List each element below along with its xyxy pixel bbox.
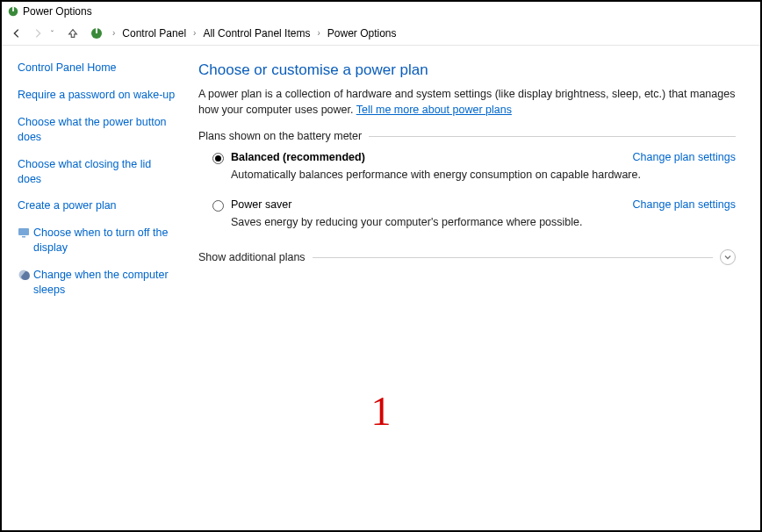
- sleep-icon: [18, 269, 30, 281]
- main-panel: Choose or customise a power plan A power…: [186, 46, 760, 530]
- back-button[interactable]: [9, 25, 25, 41]
- plan-desc-balanced: Automatically balances performance with …: [231, 168, 736, 183]
- display-off-icon: [18, 226, 30, 239]
- content: Control Panel Home Require a password on…: [2, 46, 760, 530]
- sidebar-link-turn-off-display[interactable]: Choose when to turn off the display: [33, 226, 177, 255]
- svg-rect-4: [18, 228, 29, 235]
- annotation-marker: 1: [371, 388, 392, 435]
- radio-power-saver[interactable]: [212, 200, 224, 212]
- svg-rect-1: [12, 7, 14, 11]
- plans-section-header: Plans shown on the battery meter: [198, 130, 736, 142]
- address-icon[interactable]: [90, 26, 104, 40]
- power-options-icon: [7, 5, 19, 18]
- divider: [313, 257, 713, 258]
- svg-rect-3: [96, 28, 97, 33]
- plans-section-label: Plans shown on the battery meter: [198, 130, 362, 142]
- intro-text: A power plan is a collection of hardware…: [198, 86, 736, 118]
- tell-me-more-link[interactable]: Tell me more about power plans: [356, 104, 512, 116]
- sidebar-link-power-button[interactable]: Choose what the power button does: [18, 115, 176, 145]
- sidebar: Control Panel Home Require a password on…: [2, 46, 186, 530]
- sidebar-link-require-password[interactable]: Require a password on wake-up: [18, 88, 176, 103]
- change-settings-power-saver[interactable]: Change plan settings: [633, 198, 736, 211]
- plan-name-power-saver[interactable]: Power saver: [231, 198, 291, 211]
- recent-dropdown[interactable]: ˇ: [51, 29, 60, 38]
- show-additional-plans[interactable]: Show additional plans: [198, 249, 736, 265]
- sidebar-link-create-plan[interactable]: Create a power plan: [18, 198, 176, 213]
- svg-rect-5: [22, 236, 25, 238]
- forward-button[interactable]: [30, 25, 46, 41]
- up-button[interactable]: [65, 25, 81, 41]
- plan-desc-power-saver: Saves energy by reducing your computer's…: [231, 215, 736, 230]
- page-title: Choose or customise a power plan: [198, 61, 736, 79]
- breadcrumb-power-options[interactable]: Power Options: [326, 25, 399, 41]
- plan-balanced: Balanced (recommended) Change plan setti…: [198, 151, 736, 198]
- show-additional-label: Show additional plans: [198, 251, 306, 263]
- chevron-right-icon[interactable]: ›: [191, 28, 198, 38]
- sidebar-link-closing-lid[interactable]: Choose what closing the lid does: [18, 157, 176, 187]
- window-title: Power Options: [23, 5, 92, 18]
- breadcrumb-control-panel[interactable]: Control Panel: [120, 25, 188, 41]
- radio-balanced[interactable]: [212, 153, 224, 164]
- divider: [369, 136, 736, 137]
- breadcrumb-all-items[interactable]: All Control Panel Items: [201, 25, 312, 41]
- chevron-right-icon[interactable]: ›: [315, 28, 321, 38]
- breadcrumb: › Control Panel › All Control Panel Item…: [109, 25, 753, 41]
- sidebar-link-computer-sleeps[interactable]: Change when the computer sleeps: [33, 268, 177, 298]
- control-panel-home-link[interactable]: Control Panel Home: [18, 61, 177, 74]
- change-settings-balanced[interactable]: Change plan settings: [633, 151, 736, 163]
- plan-name-balanced[interactable]: Balanced (recommended): [231, 151, 365, 163]
- chevron-right-icon[interactable]: ›: [111, 28, 117, 38]
- plan-power-saver: Power saver Change plan settings Saves e…: [198, 198, 736, 246]
- titlebar: Power Options: [2, 2, 760, 21]
- navbar: ˇ › Control Panel › All Control Panel It…: [2, 21, 760, 46]
- expand-chevron-icon[interactable]: [720, 249, 736, 265]
